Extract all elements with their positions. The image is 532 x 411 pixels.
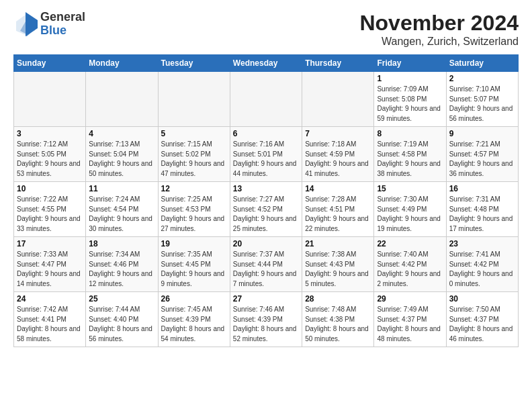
day-number: 23 xyxy=(449,239,515,248)
table-row: 6Sunrise: 7:16 AM Sunset: 5:01 PM Daylig… xyxy=(230,127,302,182)
day-info: Sunrise: 7:30 AM Sunset: 4:49 PM Dayligh… xyxy=(377,195,443,234)
table-row: 29Sunrise: 7:49 AM Sunset: 4:37 PM Dayli… xyxy=(374,292,446,347)
table-row: 1Sunrise: 7:09 AM Sunset: 5:08 PM Daylig… xyxy=(374,72,446,127)
table-row: 18Sunrise: 7:34 AM Sunset: 4:46 PM Dayli… xyxy=(86,237,158,292)
day-number: 17 xyxy=(17,239,83,248)
day-info: Sunrise: 7:31 AM Sunset: 4:48 PM Dayligh… xyxy=(449,195,515,234)
table-row: 15Sunrise: 7:30 AM Sunset: 4:49 PM Dayli… xyxy=(374,182,446,237)
day-info: Sunrise: 7:12 AM Sunset: 5:05 PM Dayligh… xyxy=(17,140,83,179)
day-number: 8 xyxy=(377,129,443,138)
day-number: 10 xyxy=(17,184,83,193)
logo-general: General xyxy=(40,11,85,24)
table-row xyxy=(230,72,302,127)
table-row: 26Sunrise: 7:45 AM Sunset: 4:39 PM Dayli… xyxy=(158,292,230,347)
table-row: 14Sunrise: 7:28 AM Sunset: 4:51 PM Dayli… xyxy=(302,182,374,237)
day-info: Sunrise: 7:37 AM Sunset: 4:44 PM Dayligh… xyxy=(233,250,299,289)
day-info: Sunrise: 7:46 AM Sunset: 4:39 PM Dayligh… xyxy=(233,305,299,344)
table-row xyxy=(86,72,158,127)
day-number: 5 xyxy=(161,129,227,138)
table-row: 20Sunrise: 7:37 AM Sunset: 4:44 PM Dayli… xyxy=(230,237,302,292)
table-row xyxy=(302,72,374,127)
table-row: 23Sunrise: 7:41 AM Sunset: 4:42 PM Dayli… xyxy=(446,237,518,292)
table-row: 25Sunrise: 7:44 AM Sunset: 4:40 PM Dayli… xyxy=(86,292,158,347)
col-wednesday: Wednesday xyxy=(230,55,302,72)
day-number: 3 xyxy=(17,129,83,138)
day-info: Sunrise: 7:21 AM Sunset: 4:57 PM Dayligh… xyxy=(449,140,515,179)
day-info: Sunrise: 7:48 AM Sunset: 4:38 PM Dayligh… xyxy=(305,305,371,344)
table-row: 27Sunrise: 7:46 AM Sunset: 4:39 PM Dayli… xyxy=(230,292,302,347)
day-number: 6 xyxy=(233,129,299,138)
table-row: 2Sunrise: 7:10 AM Sunset: 5:07 PM Daylig… xyxy=(446,72,518,127)
day-number: 16 xyxy=(449,184,515,193)
day-number: 15 xyxy=(377,184,443,193)
day-number: 14 xyxy=(305,184,371,193)
day-info: Sunrise: 7:35 AM Sunset: 4:45 PM Dayligh… xyxy=(161,250,227,289)
day-number: 29 xyxy=(377,294,443,304)
table-row xyxy=(158,72,230,127)
day-info: Sunrise: 7:18 AM Sunset: 4:59 PM Dayligh… xyxy=(305,140,371,179)
day-info: Sunrise: 7:41 AM Sunset: 4:42 PM Dayligh… xyxy=(449,250,515,289)
table-row: 10Sunrise: 7:22 AM Sunset: 4:55 PM Dayli… xyxy=(14,182,86,237)
calendar-week-row: 1Sunrise: 7:09 AM Sunset: 5:08 PM Daylig… xyxy=(14,72,519,127)
day-number: 30 xyxy=(449,294,515,304)
day-info: Sunrise: 7:40 AM Sunset: 4:42 PM Dayligh… xyxy=(377,250,443,289)
table-row: 16Sunrise: 7:31 AM Sunset: 4:48 PM Dayli… xyxy=(446,182,518,237)
day-info: Sunrise: 7:34 AM Sunset: 4:46 PM Dayligh… xyxy=(89,250,154,289)
day-info: Sunrise: 7:24 AM Sunset: 4:54 PM Dayligh… xyxy=(89,195,154,234)
col-friday: Friday xyxy=(374,55,446,72)
day-info: Sunrise: 7:27 AM Sunset: 4:52 PM Dayligh… xyxy=(233,195,299,234)
table-row: 11Sunrise: 7:24 AM Sunset: 4:54 PM Dayli… xyxy=(86,182,158,237)
day-number: 27 xyxy=(233,294,299,304)
day-info: Sunrise: 7:13 AM Sunset: 5:04 PM Dayligh… xyxy=(89,140,154,179)
day-info: Sunrise: 7:25 AM Sunset: 4:53 PM Dayligh… xyxy=(161,195,227,234)
title-area: November 2024 Wangen, Zurich, Switzerlan… xyxy=(359,11,519,48)
day-number: 2 xyxy=(449,74,515,83)
day-info: Sunrise: 7:49 AM Sunset: 4:37 PM Dayligh… xyxy=(377,305,443,344)
day-number: 13 xyxy=(233,184,299,193)
day-number: 11 xyxy=(89,184,154,193)
day-number: 18 xyxy=(89,239,154,248)
table-row: 24Sunrise: 7:42 AM Sunset: 4:41 PM Dayli… xyxy=(14,292,86,347)
day-number: 24 xyxy=(17,294,83,304)
table-row: 9Sunrise: 7:21 AM Sunset: 4:57 PM Daylig… xyxy=(446,127,518,182)
calendar-week-row: 24Sunrise: 7:42 AM Sunset: 4:41 PM Dayli… xyxy=(14,292,519,347)
table-row: 13Sunrise: 7:27 AM Sunset: 4:52 PM Dayli… xyxy=(230,182,302,237)
day-number: 1 xyxy=(377,74,443,83)
day-info: Sunrise: 7:10 AM Sunset: 5:07 PM Dayligh… xyxy=(449,85,515,124)
col-sunday: Sunday xyxy=(14,55,86,72)
logo: General Blue xyxy=(13,11,85,38)
day-info: Sunrise: 7:22 AM Sunset: 4:55 PM Dayligh… xyxy=(17,195,83,234)
day-number: 26 xyxy=(161,294,227,304)
day-info: Sunrise: 7:44 AM Sunset: 4:40 PM Dayligh… xyxy=(89,305,154,344)
day-info: Sunrise: 7:50 AM Sunset: 4:37 PM Dayligh… xyxy=(449,305,515,344)
day-info: Sunrise: 7:15 AM Sunset: 5:02 PM Dayligh… xyxy=(161,140,227,179)
table-row: 8Sunrise: 7:19 AM Sunset: 4:58 PM Daylig… xyxy=(374,127,446,182)
logo-text: General Blue xyxy=(40,11,85,38)
day-info: Sunrise: 7:19 AM Sunset: 4:58 PM Dayligh… xyxy=(377,140,443,179)
table-row: 30Sunrise: 7:50 AM Sunset: 4:37 PM Dayli… xyxy=(446,292,518,347)
logo-blue: Blue xyxy=(40,24,85,38)
month-title: November 2024 xyxy=(359,11,519,36)
table-row: 3Sunrise: 7:12 AM Sunset: 5:05 PM Daylig… xyxy=(14,127,86,182)
location-title: Wangen, Zurich, Switzerland xyxy=(359,36,519,48)
day-number: 22 xyxy=(377,239,443,248)
table-row: 4Sunrise: 7:13 AM Sunset: 5:04 PM Daylig… xyxy=(86,127,158,182)
calendar-header-row: Sunday Monday Tuesday Wednesday Thursday… xyxy=(14,55,519,72)
day-info: Sunrise: 7:38 AM Sunset: 4:43 PM Dayligh… xyxy=(305,250,371,289)
table-row: 22Sunrise: 7:40 AM Sunset: 4:42 PM Dayli… xyxy=(374,237,446,292)
table-row: 19Sunrise: 7:35 AM Sunset: 4:45 PM Dayli… xyxy=(158,237,230,292)
col-monday: Monday xyxy=(86,55,158,72)
day-number: 12 xyxy=(161,184,227,193)
header: General Blue November 2024 Wangen, Zuric… xyxy=(13,11,519,48)
day-info: Sunrise: 7:09 AM Sunset: 5:08 PM Dayligh… xyxy=(377,85,443,124)
table-row: 7Sunrise: 7:18 AM Sunset: 4:59 PM Daylig… xyxy=(302,127,374,182)
calendar-week-row: 10Sunrise: 7:22 AM Sunset: 4:55 PM Dayli… xyxy=(14,182,519,237)
table-row xyxy=(14,72,86,127)
col-tuesday: Tuesday xyxy=(158,55,230,72)
day-info: Sunrise: 7:28 AM Sunset: 4:51 PM Dayligh… xyxy=(305,195,371,234)
calendar: Sunday Monday Tuesday Wednesday Thursday… xyxy=(13,54,519,347)
day-number: 9 xyxy=(449,129,515,138)
day-info: Sunrise: 7:45 AM Sunset: 4:39 PM Dayligh… xyxy=(161,305,227,344)
day-number: 25 xyxy=(89,294,154,304)
col-thursday: Thursday xyxy=(302,55,374,72)
